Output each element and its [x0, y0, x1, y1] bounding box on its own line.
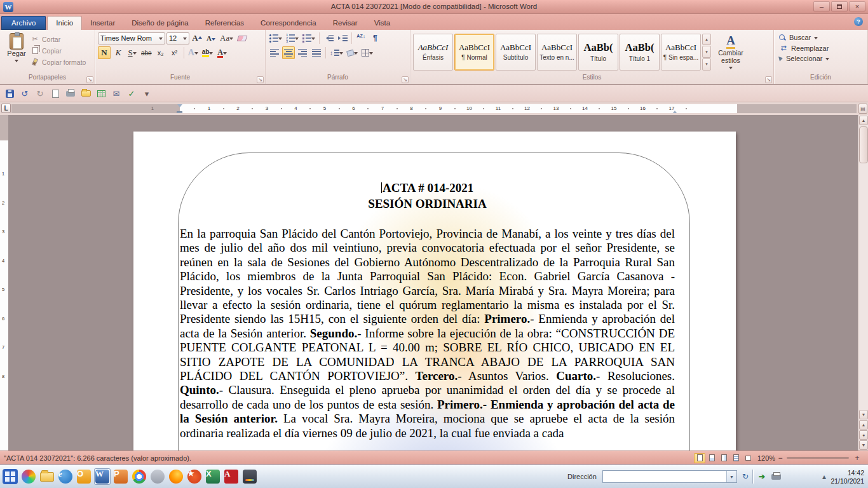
scroll-up-icon[interactable]: ▲ [859, 116, 868, 125]
styles-dialog-launcher[interactable]: ↘ [765, 76, 772, 83]
print-button[interactable] [65, 88, 76, 99]
bold-button[interactable]: N [98, 46, 111, 59]
folder-icon[interactable] [39, 468, 55, 485]
style-item-6[interactable]: AaBbCcI¶ Sin espa... [661, 34, 701, 71]
table-button[interactable] [95, 88, 107, 99]
web-layout-view-button[interactable] [718, 453, 729, 463]
go-button[interactable]: ➔ [756, 471, 768, 482]
spelling-button[interactable]: ✓ [126, 88, 137, 99]
select-button[interactable]: Seleccionar [779, 55, 862, 62]
address-bar-input[interactable]: ▼ [602, 470, 737, 483]
increase-indent-button[interactable] [336, 32, 349, 44]
minimize-button[interactable]: – [813, 1, 830, 11]
font-name-combo[interactable]: Times New Rom [98, 32, 165, 44]
cut-button[interactable]: Cortar [31, 34, 86, 44]
align-left-button[interactable] [268, 46, 281, 59]
firefox-icon[interactable] [168, 468, 184, 485]
strikethrough-button[interactable]: abe [140, 46, 153, 59]
italic-button[interactable]: K [112, 46, 125, 59]
previous-page-button[interactable]: ▲ [859, 420, 868, 430]
tab-vista[interactable]: Vista [366, 17, 398, 30]
new-document-button[interactable] [50, 88, 61, 99]
excel-icon[interactable]: X [205, 468, 221, 485]
zoom-in-button[interactable]: + [853, 454, 861, 463]
underline-button[interactable]: S [126, 46, 139, 59]
star-app-icon[interactable]: ★ [186, 468, 203, 485]
shrink-font-button[interactable]: A [205, 32, 217, 44]
draft-view-button[interactable] [742, 453, 754, 463]
acrobat-icon[interactable]: A [223, 468, 240, 485]
paste-button[interactable]: Pegar [3, 32, 31, 72]
clear-formatting-button[interactable] [236, 32, 248, 44]
powerpoint-icon[interactable]: P [112, 468, 129, 485]
character-count[interactable]: "ACTA 014 23072021": 6.266 caracteres (v… [4, 454, 191, 462]
outline-view-button[interactable] [730, 453, 742, 463]
page-text[interactable]: ACTA # 014-2021 SESIÓN ORDINARIA En la p… [180, 180, 675, 440]
chevron-down-icon[interactable]: ▼ [726, 471, 736, 482]
tab-insertar[interactable]: Insertar [82, 17, 123, 30]
justify-button[interactable] [310, 46, 323, 59]
gallery-up-icon[interactable]: ▴ [702, 34, 711, 46]
format-painter-button[interactable]: Copiar formato [31, 57, 86, 67]
select-browse-object-button[interactable]: ● [859, 430, 868, 440]
scrollbar-thumb[interactable] [859, 126, 868, 163]
paragraph-dialog-launcher[interactable]: ↘ [402, 76, 409, 83]
outlook-icon[interactable]: O [76, 468, 92, 485]
find-button[interactable]: Buscar [779, 34, 862, 41]
tab-diseño-de-página[interactable]: Diseño de página [123, 17, 197, 30]
style-item-1[interactable]: AaBbCcI¶ Normal [454, 34, 494, 71]
highlight-color-button[interactable]: ab [201, 46, 215, 59]
style-item-2[interactable]: AaBbCcISubtítulo [496, 34, 536, 71]
tab-referencias[interactable]: Referencias [197, 17, 252, 30]
grow-font-button[interactable]: A [191, 32, 203, 44]
decrease-indent-button[interactable] [322, 32, 335, 44]
graphics-app-icon[interactable] [241, 468, 258, 485]
bullets-button[interactable] [268, 32, 283, 44]
font-dialog-launcher[interactable]: ↘ [257, 76, 264, 83]
close-button[interactable]: × [849, 1, 865, 11]
sort-button[interactable]: AZ↓ [355, 32, 367, 44]
mail-button[interactable]: ✉ [111, 88, 122, 99]
tab-correspondencia[interactable]: Correspondencia [252, 17, 325, 30]
zoom-out-button[interactable]: − [776, 454, 784, 463]
font-size-combo[interactable]: 12 [166, 32, 189, 44]
paint-app-icon[interactable] [20, 468, 37, 485]
gallery-expand-icon[interactable]: ▾ [702, 58, 711, 71]
redo-button[interactable]: ↻ [34, 88, 46, 99]
show-marks-button[interactable]: ¶ [369, 32, 381, 44]
printer-icon[interactable] [770, 471, 782, 482]
next-page-button[interactable]: ▼ [859, 440, 868, 450]
borders-button[interactable] [360, 46, 374, 59]
word-icon[interactable]: W [94, 468, 111, 485]
line-spacing-button[interactable]: ↕ [329, 46, 344, 59]
fullscreen-view-button[interactable] [706, 453, 717, 463]
vertical-scrollbar[interactable]: ▲ ▼ ▲ ● ▼ [858, 115, 868, 451]
style-item-0[interactable]: AaBbCcIÉnfasis [413, 34, 453, 71]
shading-button[interactable] [346, 46, 359, 59]
ruler-toggle-button[interactable]: ▤ [858, 104, 867, 114]
show-hidden-icons-button[interactable]: ▴ [818, 471, 830, 482]
numbering-button[interactable] [285, 32, 300, 44]
change-case-button[interactable]: Aa [219, 32, 234, 44]
gallery-down-icon[interactable]: ▾ [702, 46, 711, 58]
multilevel-list-button[interactable] [301, 32, 316, 44]
left-indent-marker[interactable] [177, 111, 182, 113]
horizontal-ruler[interactable]: 11234567891011121314151617 [11, 104, 857, 113]
save-button[interactable] [4, 88, 15, 99]
taskbar-clock[interactable]: 14:42 21/10/2021 [831, 469, 864, 485]
undo-button[interactable]: ↺ [19, 88, 31, 99]
align-right-button[interactable] [296, 46, 309, 59]
superscript-button[interactable]: x² [168, 46, 181, 59]
zoom-level[interactable]: 120% [757, 454, 775, 462]
gray-app-icon[interactable] [149, 468, 166, 485]
help-icon[interactable]: ? [854, 17, 863, 26]
font-color-button[interactable]: A [215, 46, 228, 59]
style-item-5[interactable]: AaBb(Título 1 [620, 34, 660, 71]
zoom-slider[interactable] [787, 457, 849, 459]
internet-explorer-icon[interactable]: e [57, 468, 74, 485]
change-styles-button[interactable]: A Cambiar estilos [712, 32, 749, 71]
tab-revisar[interactable]: Revisar [325, 17, 366, 30]
open-folder-button[interactable] [80, 88, 92, 99]
start-button[interactable] [2, 468, 18, 485]
clipboard-dialog-launcher[interactable]: ↘ [86, 76, 93, 83]
